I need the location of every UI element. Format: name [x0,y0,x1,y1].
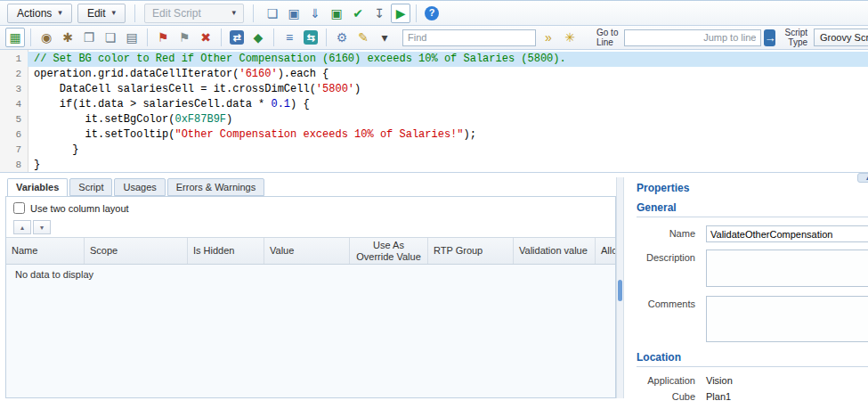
script-type-label-bottom: Type [784,37,807,47]
syntax-check-icon[interactable]: ◆ [248,28,268,47]
column-header-is-hidden[interactable]: Is Hidden [188,238,264,264]
record-macro-icon[interactable]: ◉ [37,28,56,47]
find-input[interactable] [402,29,536,46]
column-header-allow[interactable]: Allow [596,238,615,264]
column-header-name[interactable]: Name [6,238,85,264]
script-palette-icon[interactable]: ▦ [5,28,25,47]
column-header-value[interactable]: Value [264,238,350,264]
paste-icon[interactable]: ❏ [101,28,120,47]
chevron-down-icon: ▾ [58,9,62,17]
source-view-icon[interactable]: ⇄ [227,28,247,47]
collapse-panel-button[interactable]: ▲ [857,173,868,183]
save-validate-icon[interactable]: ▣ [327,4,346,23]
code-line[interactable]: 6 it.setTooltip("Other Compensation exce… [0,127,868,143]
record-macro-icon: ◉ [41,31,52,44]
template-icon[interactable]: ▤ [122,28,142,47]
syntax-check-icon: ◆ [254,31,264,44]
bookmark-icon: ⚑ [158,31,169,44]
debug-icon[interactable]: ▶ [391,4,410,23]
script-type-label: Script Type [784,28,807,47]
highlight-caret-icon[interactable]: ▾ [375,28,394,47]
code-lines: 1// Set BG color to Red if Other Compens… [0,50,868,173]
script-type-label-top: Script [784,28,807,37]
column-header-rtp-group[interactable]: RTP Group [428,238,514,264]
column-header-validation-value[interactable]: Validation value [514,238,596,264]
code-line-text: // Set BG color to Red if Other Compensa… [28,52,868,67]
tab-variables[interactable]: Variables [7,178,68,197]
highlight-icon[interactable]: ✎ [353,28,373,47]
bookmark-icon[interactable]: ⚑ [153,28,173,47]
highlight-all-icon[interactable]: ✳ [560,28,580,47]
code-line[interactable]: 8} [0,158,868,173]
save-icon[interactable]: ▣ [284,4,304,23]
script-editor-window: Actions ▾ Edit ▾ Edit Script ▾ ❏▣⇓▣✔↧▶? … [0,0,868,409]
copy-icon[interactable]: ❐ [79,28,99,47]
help-icon[interactable]: ? [422,4,442,23]
edit-script-dropdown[interactable]: Edit Script ▾ [144,4,244,23]
cube-label: Cube [637,391,695,402]
actions-menu[interactable]: Actions ▾ [7,4,72,23]
comments-textarea[interactable] [706,296,868,342]
general-heading: General [637,201,868,217]
line-number: 6 [0,127,28,143]
validate-icon[interactable]: ✔ [348,4,368,23]
variables-table-body: No data to display [6,265,615,397]
variables-panel: VariablesScriptUsagesErrors & Warnings U… [0,173,616,409]
code-line[interactable]: 7 } [0,143,868,158]
name-input[interactable] [706,225,868,242]
clear-breakpoints-icon[interactable]: ✖ [196,28,215,47]
goto-line-label: Go to Line [596,28,618,47]
location-heading: Location [637,351,868,367]
code-line[interactable]: 3 DataCell salariesCell = it.crossDimCel… [0,82,868,97]
tab-usages[interactable]: Usages [114,178,165,196]
download-icon[interactable]: ⇓ [305,4,325,23]
deploy-icon[interactable]: ↧ [369,4,389,23]
chevron-down-icon: ▾ [232,9,237,17]
column-header-scope[interactable]: Scope [85,238,188,264]
jump-to-line-input[interactable] [624,29,761,46]
new-document-icon[interactable]: ❏ [263,4,282,23]
tab-script[interactable]: Script [69,178,112,196]
highlight-all-icon: ✳ [564,31,575,44]
toolbar-separator [147,29,148,46]
move-up-button[interactable]: ▴ [13,220,31,234]
splitter-handle[interactable] [618,280,622,301]
variables-panel-body: Use two column layout ▴ ▾ NameScopeIs Hi… [5,196,616,398]
edit-menu-label: Edit [87,7,106,20]
refresh-icon[interactable]: ⇆ [301,28,320,47]
two-column-checkbox[interactable] [13,202,25,214]
tab-errors-warnings[interactable]: Errors & Warnings [167,178,264,196]
toolbar-separator [253,4,254,22]
description-field-row: Description [637,249,868,289]
code-line[interactable]: 1// Set BG color to Red if Other Compens… [0,52,868,67]
clear-breakpoints-icon: ✖ [200,31,211,44]
edit-menu[interactable]: Edit ▾ [77,4,126,23]
reorder-buttons: ▴ ▾ [6,219,615,237]
code-line-text: if(it.data > salariesCell.data * 0.1) { [28,97,868,112]
two-column-label[interactable]: Use two column layout [30,203,129,214]
code-editor[interactable]: 1// Set BG color to Red if Other Compens… [0,50,868,173]
bookmark-remove-icon[interactable]: ⚑ [174,28,194,47]
script-type-select[interactable]: Groovy Script ▾ [814,29,868,46]
settings-icon[interactable]: ⚙ [332,28,352,47]
line-number: 3 [0,82,28,97]
description-textarea[interactable] [706,249,868,287]
source-view-icon: ⇄ [230,30,244,45]
application-row: Application Vision [637,375,868,386]
line-number: 5 [0,112,28,127]
validate-icon: ✔ [353,7,363,20]
actions-menu-label: Actions [17,7,52,20]
go-to-line-button[interactable]: → [764,29,775,46]
find-next-icon[interactable]: » [539,28,558,47]
code-line[interactable]: 5 it.setBgColor(0xF87B9F) [0,112,868,127]
toolbar-separator [326,29,327,46]
code-line[interactable]: 2operation.grid.dataCellIterator('6160')… [0,67,868,82]
panel-splitter[interactable] [616,177,624,398]
list-view-icon[interactable]: ≡ [280,28,299,47]
code-line[interactable]: 4 if(it.data > salariesCell.data * 0.1) … [0,97,868,112]
bottom-region: VariablesScriptUsagesErrors & Warnings U… [0,173,868,409]
column-header-use-as-override-value[interactable]: Use As Override Value [350,238,428,264]
move-down-button[interactable]: ▾ [33,220,51,234]
insert-function-icon[interactable]: ✱ [58,28,77,47]
main-toolbar: Actions ▾ Edit ▾ Edit Script ▾ ❏▣⇓▣✔↧▶? [0,1,868,26]
